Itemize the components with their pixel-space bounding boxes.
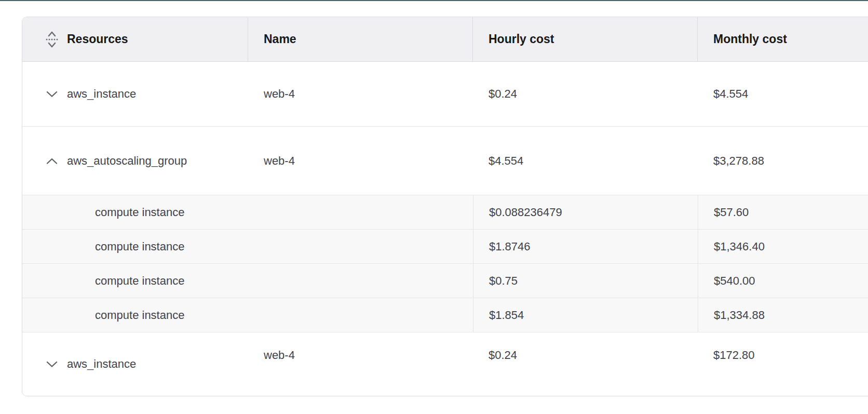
- top-accent-bar: [0, 0, 868, 1]
- hourly-cost-cell: $1.8746: [473, 230, 698, 263]
- instance-name: web-4: [264, 154, 295, 168]
- monthly-cost-cell: $4.554: [698, 62, 868, 126]
- subcomponent-name: compute instance: [95, 309, 184, 322]
- chevron-up-icon[interactable]: [45, 151, 59, 171]
- hourly-cost-value: $1.854: [489, 309, 524, 322]
- resource-name: aws_instance: [67, 87, 136, 101]
- table-row[interactable]: aws_autoscaling_group web-4 $4.554 $3,27…: [22, 126, 868, 195]
- hourly-cost-value: $1.8746: [489, 240, 531, 253]
- monthly-cost-cell: $172.80: [698, 332, 868, 396]
- monthly-cost-value: $3,278.88: [713, 154, 764, 168]
- monthly-cost-value: $57.60: [714, 206, 749, 219]
- resource-cost-table: Resources Name Hourly cost Monthly cost …: [22, 17, 868, 396]
- instance-name: web-4: [264, 87, 295, 101]
- hourly-cost-cell: $0.75: [473, 264, 698, 298]
- monthly-cost-cell: $1,334.88: [698, 298, 868, 332]
- column-title-name: Name: [264, 32, 296, 46]
- hourly-cost-value: $0.088236479: [489, 206, 562, 219]
- chevron-down-icon[interactable]: [45, 84, 59, 104]
- hourly-cost-value: $0.24: [489, 349, 517, 362]
- monthly-cost-cell: $1,346.40: [698, 230, 868, 263]
- monthly-cost-value: $4.554: [713, 87, 748, 101]
- monthly-cost-value: $1,334.88: [714, 309, 765, 322]
- monthly-cost-value: $540.00: [714, 274, 755, 288]
- header-cell-monthly-cost: Monthly cost: [698, 17, 868, 61]
- subcomponent-row: compute instance $1.854 $1,334.88: [22, 298, 868, 332]
- table-row[interactable]: aws_instance web-4 $0.24 $172.80: [22, 332, 868, 396]
- chevron-down-icon[interactable]: [45, 354, 59, 375]
- subcomponent-name-cell: compute instance: [22, 230, 473, 263]
- monthly-cost-cell: $3,278.88: [698, 127, 868, 195]
- name-cell: web-4: [248, 62, 473, 126]
- hourly-cost-cell: $0.24: [473, 332, 698, 396]
- instance-name: web-4: [264, 349, 295, 362]
- resource-name: aws_instance: [67, 357, 136, 371]
- hourly-cost-cell: $1.854: [473, 298, 698, 332]
- resource-cell: aws_autoscaling_group: [22, 127, 248, 195]
- subcomponent-name: compute instance: [95, 240, 184, 253]
- hourly-cost-value: $0.75: [489, 274, 518, 288]
- header-cell-name: Name: [248, 17, 473, 61]
- name-cell: web-4: [248, 127, 473, 195]
- resource-cell: aws_instance: [22, 332, 248, 396]
- subcomponent-name: compute instance: [95, 274, 184, 288]
- header-cell-hourly-cost: Hourly cost: [473, 17, 698, 61]
- monthly-cost-cell: $57.60: [698, 195, 868, 229]
- column-title-monthly-cost: Monthly cost: [713, 32, 787, 46]
- resource-cell: aws_instance: [22, 62, 248, 126]
- subcomponent-name: compute instance: [95, 206, 184, 219]
- hourly-cost-value: $4.554: [489, 154, 523, 168]
- column-title-hourly-cost: Hourly cost: [489, 32, 554, 46]
- subcomponent-name-cell: compute instance: [22, 195, 473, 229]
- hourly-cost-cell: $0.24: [473, 62, 698, 126]
- hourly-cost-cell: $4.554: [473, 127, 698, 195]
- table-header-row: Resources Name Hourly cost Monthly cost: [22, 17, 868, 62]
- name-cell: web-4: [248, 332, 473, 396]
- table-row[interactable]: aws_instance web-4 $0.24 $4.554: [22, 62, 868, 126]
- monthly-cost-value: $1,346.40: [714, 240, 765, 253]
- column-title-resources: Resources: [67, 32, 128, 46]
- subcomponent-row: compute instance $0.088236479 $57.60: [22, 195, 868, 229]
- hourly-cost-cell: $0.088236479: [473, 195, 698, 229]
- monthly-cost-value: $172.80: [713, 349, 755, 362]
- resource-name: aws_autoscaling_group: [67, 154, 187, 168]
- drag-reorder-icon[interactable]: [45, 29, 59, 50]
- header-cell-resources: Resources: [22, 17, 248, 61]
- subcomponent-row: compute instance $1.8746 $1,346.40: [22, 229, 868, 263]
- hourly-cost-value: $0.24: [489, 87, 517, 101]
- subcomponent-row: compute instance $0.75 $540.00: [22, 263, 868, 298]
- subcomponent-name-cell: compute instance: [22, 264, 473, 298]
- subcomponent-name-cell: compute instance: [22, 298, 473, 332]
- monthly-cost-cell: $540.00: [698, 264, 868, 298]
